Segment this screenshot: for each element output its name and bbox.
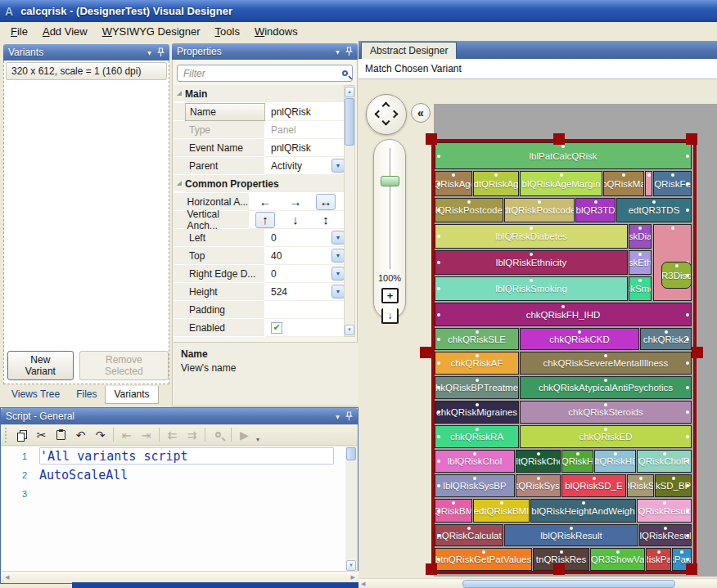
property-label-name[interactable]: Name [185, 103, 265, 121]
design-block-nqriskcalculat[interactable]: nQRiskCalculat [435, 524, 503, 546]
collapse-panel-button[interactable]: « [411, 103, 431, 123]
scroll-right-icon[interactable]: ▶ [349, 572, 358, 582]
toolbar-overflow-icon[interactable]: ▾ [256, 436, 259, 445]
design-block-chkqriskatypicalantipsychotics[interactable]: chkQRiskAtypicalAntiPsychotics [520, 376, 692, 399]
design-block-hkqriskbptreatme[interactable]: hkQRiskBPTreatme [435, 376, 519, 399]
property-value-enabled[interactable]: ✔ [265, 319, 346, 337]
selection-handle[interactable] [692, 347, 703, 358]
design-block-sksmo[interactable]: skSmo [629, 276, 652, 301]
editor-horizontal-scrollbar[interactable]: ◀ ▶ [2, 571, 358, 582]
dock-tab-variants[interactable]: Variants [105, 386, 158, 404]
dock-tab-files[interactable]: Files [68, 386, 105, 404]
dock-tab-views-tree[interactable]: Views Tree [3, 386, 68, 404]
design-block-sketh[interactable]: skEth [629, 250, 652, 275]
property-value-name[interactable]: pnlQRisk [265, 103, 346, 121]
design-block-lqriskpostcode[interactable]: lQRiskPostcode [435, 198, 503, 222]
design-block-bqriskma[interactable]: bQRiskMa [603, 171, 644, 196]
pin-icon[interactable] [157, 47, 165, 57]
paste-icon[interactable] [52, 427, 70, 443]
property-label-height[interactable]: Height [185, 283, 265, 301]
property-value-height[interactable]: 524▼ [265, 283, 346, 301]
scroll-left-icon[interactable]: ◀ [358, 579, 368, 588]
design-block-chkqriskra[interactable]: chkQRiskRA [435, 425, 519, 448]
property-label-left[interactable]: Left [185, 229, 265, 247]
scroll-left-icon[interactable]: ◀ [2, 572, 11, 582]
property-filter-input[interactable] [182, 67, 339, 80]
design-block-lblqriskethnicity[interactable]: lblQRiskEthnicity [435, 250, 628, 275]
property-value-event-name[interactable]: pnlQRisk [265, 139, 346, 157]
design-block-lblqriskdiabetes[interactable]: lblQRiskDiabetes [435, 224, 628, 249]
design-block-lblqrisksysbp[interactable]: lblQRiskSysBP [435, 474, 515, 497]
design-block-blqrisksd-e[interactable]: blQRiskSD_E [561, 474, 626, 497]
cut-icon[interactable]: ✂ [32, 427, 51, 443]
scroll-up-icon[interactable]: ▲ [345, 87, 354, 97]
property-label-padding[interactable]: Padding [185, 301, 265, 319]
design-block-edtqriskbmi[interactable]: edtQRiskBMI [473, 499, 530, 523]
scroll-down-icon[interactable]: ▼ [346, 560, 356, 571]
category-expander-icon[interactable] [174, 85, 185, 102]
property-value-vertical-anch[interactable]: ↑↓↕ [250, 211, 346, 229]
design-block-dtqriskpostcode[interactable]: dtQRiskPostcode [504, 198, 575, 222]
search-icon[interactable] [342, 70, 348, 76]
property-label-right-edge-d[interactable]: Right Edge D... [185, 265, 265, 283]
pan-up-icon[interactable] [382, 102, 390, 110]
design-block-blqriskheightandweigh[interactable]: blQRiskHeightAndWeigh [530, 499, 636, 523]
design-block-qriskresult[interactable]: QRiskResult [637, 499, 692, 523]
anchor-arrow-icon[interactable]: ↑ [255, 212, 275, 228]
dropdown-arrow-icon[interactable]: ▼ [331, 267, 345, 281]
script-editor[interactable]: 1'All variants script2AutoScaleAll3 [2, 447, 347, 572]
design-block-qr3showva[interactable]: QR3ShowVa [590, 548, 645, 571]
design-block-btnqriskgetpatvalues[interactable]: btnQRiskGetPatValues [435, 548, 532, 571]
property-value-parent[interactable]: Activity▼ [265, 157, 346, 175]
dropdown-arrow-icon[interactable]: ▼ [331, 285, 345, 298]
editor-vertical-scrollbar[interactable]: ▼ [345, 447, 357, 572]
selection-handle[interactable] [553, 133, 565, 145]
toolbar-grip[interactable] [5, 428, 8, 442]
menu-item-tools[interactable]: Tools [208, 24, 247, 39]
selection-handle[interactable] [686, 563, 697, 575]
selection-handle[interactable] [426, 133, 437, 145]
design-block-lblqriskresult[interactable]: lblQRiskResult [504, 524, 638, 546]
redo-icon[interactable]: ↷ [91, 427, 110, 443]
designer-horizontal-scrollbar[interactable]: ◀ [358, 578, 717, 588]
design-block-qriskh[interactable]: QRiskH [561, 450, 593, 473]
pan-left-icon[interactable] [375, 110, 383, 119]
anchor-arrow-icon[interactable]: ↔ [316, 194, 336, 210]
scrollbar-thumb[interactable] [346, 447, 356, 460]
design-block-dtqriskhd[interactable]: dtQRiskHD [594, 450, 636, 473]
selection-handle[interactable] [686, 133, 697, 145]
selection-handle[interactable] [426, 563, 437, 575]
variant-list-item[interactable]: 320 x 612, scale = 1 (160 dpi) [6, 62, 167, 80]
design-block-ksd-bp[interactable]: kSD_BP [655, 474, 692, 497]
design-block-chkqriskfh-ihd[interactable]: chkQRiskFH_IHD [435, 303, 692, 326]
match-chosen-variant-bar[interactable]: Match Chosen Variant [358, 59, 717, 79]
property-label-top[interactable]: Top [185, 247, 265, 265]
design-block-dtqrisksysb[interactable]: dtQRiskSysB [516, 474, 561, 497]
property-label-vertical-anch[interactable]: Vertical Anch... [183, 211, 250, 229]
design-block-tqrisksd[interactable]: tQRiskSD [627, 474, 654, 497]
dropdown-arrow-icon[interactable]: ▼ [331, 249, 345, 263]
script-line[interactable]: 2AutoScaleAll [2, 465, 347, 484]
pan-down-icon[interactable] [382, 118, 390, 126]
scroll-down-icon[interactable]: ▼ [345, 325, 354, 335]
tab-abstract-designer[interactable]: Abstract Designer [361, 42, 457, 59]
panel-menu-caret-icon[interactable]: ▾ [147, 48, 151, 57]
panel-menu-caret-icon[interactable]: ▾ [336, 47, 340, 56]
design-block-riskpar[interactable]: RiskPar [646, 548, 671, 571]
anchor-arrow-icon[interactable]: ← [255, 195, 275, 209]
properties-scrollbar[interactable]: ▲ ▼ [344, 85, 355, 337]
design-block-lblpatcalcqrisk[interactable]: lblPatCalcQRisk [435, 142, 692, 169]
menu-item-add-view[interactable]: Add View [35, 24, 95, 39]
design-block-lblqriskchol[interactable]: lblQRiskChol [435, 450, 515, 473]
property-label-parent[interactable]: Parent [185, 157, 265, 175]
property-value-padding[interactable] [265, 301, 346, 319]
design-block-chkqriskseverementalillness[interactable]: chkQRiskSevereMentalIllness [520, 352, 692, 375]
design-block-chkqrisksteroids[interactable]: chkQRiskSteroids [520, 401, 692, 424]
design-block-chkqriskckd[interactable]: chkQRiskCKD [520, 328, 639, 350]
design-block-chkqrisked[interactable]: chkQRiskED [520, 425, 692, 448]
menu-item-wysiwyg-designer[interactable]: WYSIWYG Designer [95, 24, 208, 39]
anchor-arrow-icon[interactable]: ↕ [316, 213, 336, 227]
category-expander-icon[interactable] [174, 175, 185, 192]
property-value-left[interactable]: 0▼ [265, 229, 346, 247]
property-value-type[interactable]: Panel [265, 121, 346, 139]
